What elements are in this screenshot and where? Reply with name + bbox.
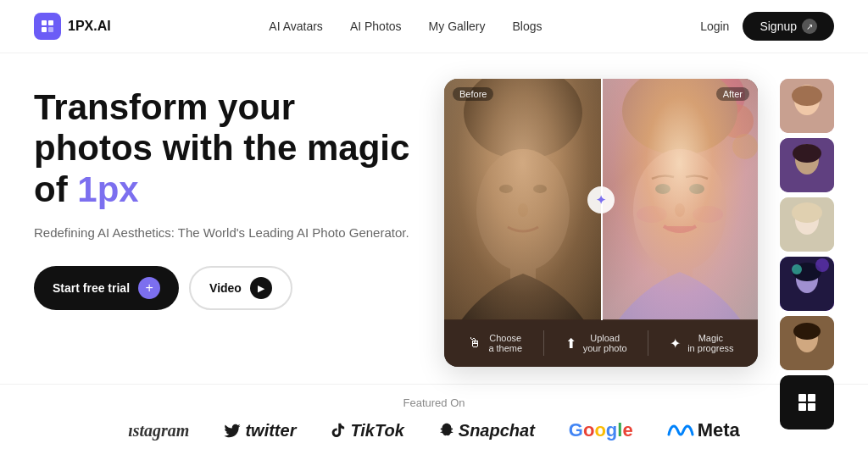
cursor-icon: 🖱 <box>468 335 481 351</box>
nav-blogs[interactable]: Blogs <box>512 19 542 33</box>
svg-point-38 <box>793 323 821 340</box>
svg-point-34 <box>792 264 802 274</box>
thumbnail-3[interactable] <box>780 197 834 252</box>
logo[interactable]: 1PX.AI <box>34 13 111 40</box>
thumbnail-1[interactable] <box>780 79 834 133</box>
svg-rect-0 <box>42 20 47 25</box>
svg-point-20 <box>675 203 685 217</box>
start-trial-button[interactable]: Start free trial + <box>34 266 179 310</box>
hero-left: Transform your photos with the magic of … <box>34 79 410 310</box>
svg-point-24 <box>792 86 822 106</box>
google-logo: Google <box>569 419 633 441</box>
arrow-icon: ↗ <box>802 19 817 34</box>
svg-point-18 <box>655 184 670 194</box>
svg-rect-40 <box>808 394 815 402</box>
svg-rect-1 <box>48 20 53 25</box>
photo-after <box>601 79 758 320</box>
instagram-logo: ıstagram <box>128 419 189 441</box>
thumbnail-grid-button[interactable] <box>780 375 834 429</box>
svg-point-35 <box>815 258 829 272</box>
svg-point-11 <box>720 104 754 138</box>
svg-rect-21 <box>667 265 693 299</box>
svg-rect-3 <box>48 27 53 32</box>
photo-split: ✦ <box>444 79 758 320</box>
featured-section: Featured On ıstagram twitter TikTok Snap… <box>0 384 868 448</box>
comparison-container: Before After <box>444 79 758 367</box>
svg-point-13 <box>732 134 758 159</box>
nav-ai-photos[interactable]: AI Photos <box>350 19 402 33</box>
step-divider-2 <box>648 330 648 356</box>
svg-point-27 <box>793 144 821 163</box>
svg-point-15 <box>633 149 726 271</box>
svg-point-5 <box>476 149 570 271</box>
svg-point-7 <box>533 185 547 193</box>
divider-handle[interactable]: ✦ <box>587 186 615 213</box>
svg-point-17 <box>693 206 723 223</box>
play-icon: ▶ <box>250 277 272 299</box>
after-label: After <box>716 87 749 101</box>
step-magic: ✦ Magicin progress <box>670 333 733 353</box>
tiktok-logo: TikTok <box>330 421 403 441</box>
svg-point-16 <box>637 206 667 223</box>
navbar: 1PX.AI AI Avatars AI Photos My Gallery B… <box>0 0 868 53</box>
steps-bar: 🖱 Choosea theme ⬆ Uploadyour photo ✦ Mag… <box>444 319 758 367</box>
svg-rect-41 <box>798 403 806 411</box>
nav-my-gallery[interactable]: My Gallery <box>429 19 486 33</box>
signup-button[interactable]: Signup ↗ <box>743 12 834 41</box>
video-button[interactable]: Video ▶ <box>189 266 292 310</box>
svg-point-6 <box>499 185 513 193</box>
featured-logos: ıstagram twitter TikTok Snapchat Google … <box>0 419 868 441</box>
svg-rect-39 <box>798 394 806 402</box>
nav-actions: Login Signup ↗ <box>700 12 834 41</box>
step-choose-theme: 🖱 Choosea theme <box>468 333 522 353</box>
photo-before <box>444 79 601 320</box>
step-upload-text: Uploadyour photo <box>583 333 627 353</box>
svg-rect-42 <box>808 403 815 411</box>
thumbnail-2[interactable] <box>780 138 834 192</box>
login-button[interactable]: Login <box>700 19 729 33</box>
hero-subtitle: Redefining AI Aesthetics: The World's Le… <box>34 224 410 243</box>
step-divider-1 <box>543 330 544 356</box>
step-upload-photo: ⬆ Uploadyour photo <box>565 333 627 353</box>
hero-right: Before After <box>444 79 834 367</box>
thumbnail-5[interactable] <box>780 316 834 370</box>
svg-point-8 <box>518 203 528 217</box>
nav-ai-avatars[interactable]: AI Avatars <box>269 19 323 33</box>
logo-text: 1PX.AI <box>68 19 111 34</box>
svg-point-12 <box>687 79 718 103</box>
hero-section: Transform your photos with the magic of … <box>0 53 868 384</box>
meta-logo: Meta <box>667 419 740 441</box>
svg-point-19 <box>689 184 704 194</box>
plus-icon: + <box>138 277 160 299</box>
snapchat-logo: Snapchat <box>438 421 535 441</box>
step-choose-text: Choosea theme <box>488 333 522 353</box>
magic-icon: ✦ <box>670 335 681 352</box>
logo-icon <box>34 13 61 40</box>
step-magic-text: Magicin progress <box>687 333 733 353</box>
hero-buttons: Start free trial + Video ▶ <box>34 266 410 310</box>
nav-links: AI Avatars AI Photos My Gallery Blogs <box>269 19 542 33</box>
twitter-logo: twitter <box>223 421 296 441</box>
upload-icon: ⬆ <box>565 335 576 352</box>
hero-title: Transform your photos with the magic of … <box>34 87 410 210</box>
thumbnail-strip <box>780 79 834 429</box>
thumbnail-4[interactable] <box>780 257 834 311</box>
svg-point-30 <box>792 202 822 223</box>
svg-rect-2 <box>42 27 47 32</box>
before-label: Before <box>453 87 493 101</box>
featured-label: Featured On <box>0 396 868 409</box>
svg-rect-9 <box>510 265 536 299</box>
